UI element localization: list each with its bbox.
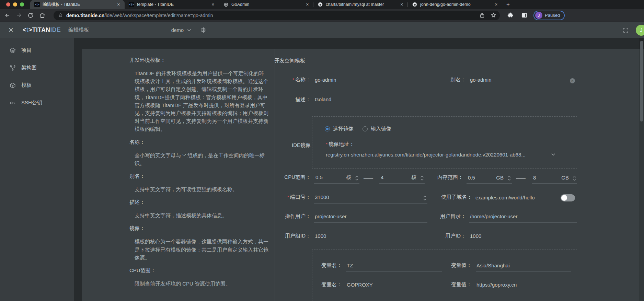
radio-on-icon[interactable] xyxy=(325,126,330,131)
help-section-body: 模板的核心为一个容器镜像，这里提供两种输入方式，其一是下拉选择已有模板的镜像；其… xyxy=(135,238,268,262)
template-form: 开发空间模板 名称： go-admin 别名： go-admin✕ xyxy=(274,49,577,301)
help-section-body: 全小写的英文字母与 '-' 组成的，是在工作空间内的唯一标识。 xyxy=(135,151,268,167)
image-address-select[interactable]: registry.cn-shenzhen.aliyuncs.com/titani… xyxy=(325,152,564,161)
help-column: 开发环境模板： TitanIDE 的开发环境模板是为用户提供一个可定制化的环境模… xyxy=(129,49,268,293)
side-panel-icon[interactable] xyxy=(518,11,530,20)
new-tab-button[interactable]: + xyxy=(502,1,514,9)
close-page-icon[interactable]: ✕ xyxy=(8,26,14,34)
stepper-icon[interactable] xyxy=(355,176,359,181)
stepper-icon[interactable] xyxy=(507,176,511,181)
titanide-logo: <t>TITANIDE xyxy=(23,26,61,34)
help-section-title: 别名： xyxy=(129,173,268,180)
tab-close-icon[interactable]: ✕ xyxy=(399,2,404,7)
forward-button[interactable] xyxy=(13,11,25,20)
cpu-max-input[interactable]: 4核 xyxy=(379,174,425,184)
titanide-header: ✕ <t>TITANIDE 编辑模板 demo J xyxy=(0,22,644,38)
name-input[interactable]: go-admin xyxy=(314,77,427,86)
sync-paused-label: Paused xyxy=(545,13,560,18)
lock-icon[interactable] xyxy=(58,13,63,18)
alias-input[interactable]: go-admin✕ xyxy=(469,77,577,86)
name-label: 名称： xyxy=(274,77,311,86)
tab-close-icon[interactable]: ✕ xyxy=(305,2,310,7)
help-section-body: 限制当前开发环境的 CPU 资源使用范围。 xyxy=(135,280,268,288)
stepper-icon[interactable] xyxy=(420,176,424,181)
description-label: 描述： xyxy=(274,96,311,106)
memory-max-input[interactable]: 8GB xyxy=(532,175,577,184)
text-cursor xyxy=(492,77,493,82)
image-address-label: 镜像地址： xyxy=(326,141,577,148)
bookmark-star-icon[interactable] xyxy=(491,12,496,18)
close-window-button[interactable] xyxy=(6,2,10,7)
var-name-input[interactable]: GOPROXY xyxy=(346,282,442,291)
user-id-input[interactable]: 1000 xyxy=(469,233,577,242)
reload-button[interactable] xyxy=(25,11,36,20)
profile-avatar: J xyxy=(535,12,542,19)
user-id-label: 用户ID： xyxy=(436,233,466,242)
tab-goadmin[interactable]: GoAdmin ✕ xyxy=(219,0,313,9)
memory-min-input[interactable]: 0.5GB xyxy=(467,175,512,184)
extensions-puzzle-icon[interactable] xyxy=(505,11,516,20)
var-name-input[interactable]: TZ xyxy=(346,263,442,272)
sidebar-item-label: SSH公钥 xyxy=(21,100,42,106)
tab-close-icon[interactable]: ✕ xyxy=(116,2,121,7)
sidebar-item-templates[interactable]: 模板 xyxy=(0,77,74,94)
description-input[interactable]: Goland xyxy=(314,96,577,106)
subdomain-toggle[interactable] xyxy=(561,194,575,201)
clear-input-icon[interactable]: ✕ xyxy=(570,78,575,83)
tab-close-icon[interactable]: ✕ xyxy=(494,2,499,7)
scrollbar-thumb[interactable] xyxy=(640,41,643,121)
tab-title: template - TitanIDE xyxy=(137,2,208,7)
stepper-icon[interactable] xyxy=(573,176,576,181)
github-icon xyxy=(318,2,323,7)
user-avatar[interactable]: J xyxy=(636,25,644,36)
operate-user-input[interactable]: projector-user xyxy=(314,213,427,223)
sidebar-item-label: 模板 xyxy=(21,82,32,89)
stepper-icon[interactable] xyxy=(423,196,427,200)
browser-profile-button[interactable]: J Paused xyxy=(533,11,565,20)
sidebar-item-projects[interactable]: 项目 xyxy=(0,42,74,59)
port-input[interactable]: 31000 xyxy=(314,194,427,204)
tab-template[interactable]: <t> template - TitanIDE ✕ xyxy=(125,0,219,9)
cpu-range-label: CPU范围： xyxy=(274,174,311,184)
env-vars-box: 变量名： TZ 变量值： Asia/Shanghai 变量名： GOPROXY … xyxy=(312,250,577,301)
fullscreen-icon[interactable] xyxy=(623,27,629,33)
group-id-input[interactable]: 1000 xyxy=(314,233,427,242)
subdomain-example: examples.com/world/hello xyxy=(475,195,535,204)
var-value-input[interactable]: https://goproxy.cn xyxy=(476,282,571,291)
page-scrollbar[interactable] xyxy=(639,38,644,301)
zoom-window-button[interactable] xyxy=(20,2,24,7)
tab-title: GoAdmin xyxy=(231,2,303,7)
address-bar[interactable]: demo.titanide.cn/ide/web/workspace/templ… xyxy=(54,11,500,20)
macos-window-controls[interactable] xyxy=(0,0,30,9)
workspace-selector[interactable]: demo xyxy=(171,27,191,33)
help-section-body: 支持中英文字符，为可读性更强的模板名称。 xyxy=(135,185,268,193)
cpu-min-input[interactable]: 0.5核 xyxy=(314,174,359,184)
minimize-window-button[interactable] xyxy=(13,2,17,7)
titanide-favicon-icon: <t> xyxy=(129,2,134,7)
subdomain-label: 使用子域名： xyxy=(436,194,472,204)
env-var-row: 变量名： GOPROXY 变量值： https://goproxy.cn xyxy=(321,281,571,291)
form-title: 开发空间模板 xyxy=(274,58,577,64)
titanide-favicon-icon: <t> xyxy=(34,2,40,7)
sidebar-item-architecture[interactable]: 架构图 xyxy=(0,59,74,77)
sidebar-item-ssh-keys[interactable]: SSH公钥 xyxy=(0,94,74,112)
help-section-title: 描述： xyxy=(129,199,268,206)
share-icon[interactable] xyxy=(479,12,485,18)
back-button[interactable] xyxy=(1,11,13,20)
tab-edit-template[interactable]: <t> 编辑模板 - TitanIDE ✕ xyxy=(30,0,125,9)
tab-github-mysql[interactable]: charts/bitnami/mysql at master ✕ xyxy=(313,0,408,9)
tab-close-icon[interactable]: ✕ xyxy=(210,2,216,7)
layers-icon xyxy=(10,47,16,54)
user-dir-input[interactable]: /home/projector-user xyxy=(469,213,577,223)
sidebar-item-label: 架构图 xyxy=(21,65,37,71)
radio-input-image[interactable]: 输入镜像 xyxy=(363,126,391,132)
radio-select-image[interactable]: 选择镜像 xyxy=(325,126,354,132)
ide-image-label: IDE镜像 xyxy=(274,142,311,149)
range-dash: —— xyxy=(364,175,372,181)
tab-github-goadmin-demo[interactable]: john-deng/go-admin-demo ✕ xyxy=(408,0,502,9)
home-button[interactable] xyxy=(36,11,48,20)
screen: <t> 编辑模板 - TitanIDE ✕ <t> template - Tit… xyxy=(0,0,644,301)
settings-gear-icon[interactable] xyxy=(200,27,207,33)
radio-off-icon[interactable] xyxy=(363,126,368,131)
var-value-input[interactable]: Asia/Shanghai xyxy=(476,263,571,272)
